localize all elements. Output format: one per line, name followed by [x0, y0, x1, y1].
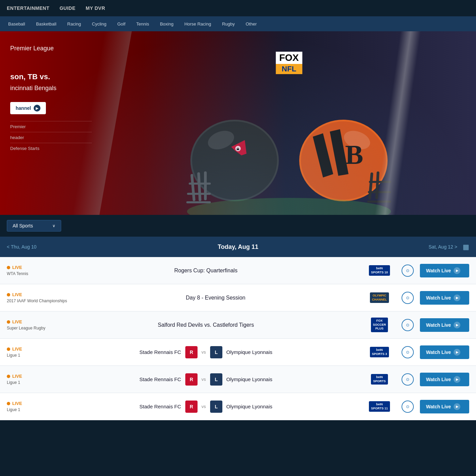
- live-dot-text: LIVE: [7, 292, 67, 297]
- live-label: LIVE: [12, 401, 22, 406]
- hero-sub-link-3[interactable]: Defense Starts: [10, 143, 92, 151]
- nfl-label: NFL: [276, 64, 302, 74]
- hero-channel-button[interactable]: hannel ▶: [10, 102, 46, 114]
- record-button[interactable]: ⊙: [402, 292, 414, 304]
- live-label: LIVE: [12, 319, 22, 324]
- live-indicator: LIVELigue 1: [7, 401, 48, 412]
- record-button[interactable]: ⊙: [402, 401, 414, 413]
- sports-nav-cycling[interactable]: Cycling: [87, 19, 111, 29]
- fox-label: FOX: [276, 52, 302, 64]
- schedule-item: LIVEWTA TennisRogers Cup: Quarterfinalsb…: [0, 257, 476, 284]
- live-dot: [7, 375, 10, 378]
- hero-section: Premier League son, TB vs. incinnati Ben…: [0, 31, 476, 215]
- vs-text: vs: [202, 404, 206, 409]
- sports-nav-racing[interactable]: Racing: [63, 19, 86, 29]
- team2-badge: L: [210, 373, 222, 386]
- sport-label: Ligue 1: [7, 353, 48, 358]
- vs-text: vs: [202, 377, 206, 382]
- watch-live-button[interactable]: Watch Live▶: [420, 400, 469, 413]
- date-nav: < Thu, Aug 10 Today, Aug 11 Sat, Aug 12 …: [0, 237, 476, 257]
- hero-league: Premier League: [10, 45, 92, 52]
- calendar-icon[interactable]: ▦: [463, 243, 469, 251]
- team1-badge: R: [185, 373, 198, 386]
- schedule-right: beIN SPORTS 3⊙Watch Live▶: [364, 345, 469, 359]
- watch-live-button[interactable]: Watch Live▶: [420, 291, 469, 305]
- hero-sub-link-2[interactable]: header: [10, 132, 92, 140]
- next-date-button[interactable]: Sat, Aug 12 > ▦: [429, 243, 469, 251]
- sports-nav-golf[interactable]: Golf: [113, 19, 130, 29]
- live-indicator: LIVELigue 1: [7, 346, 48, 358]
- watch-live-label: Watch Live: [426, 404, 451, 409]
- hero-sub-link-1[interactable]: Premier: [10, 121, 92, 129]
- schedule-item: LIVE2017 IAAF World ChampionshipsDay 8 -…: [0, 284, 476, 311]
- sports-nav-horse-racing[interactable]: Horse Racing: [180, 19, 216, 29]
- hero-teams: incinnati Bengals: [10, 85, 92, 92]
- all-sports-filter[interactable]: All Sports ∨: [7, 220, 61, 232]
- sport-label: Ligue 1: [7, 380, 48, 385]
- play-circle-icon: ▶: [454, 322, 460, 328]
- sports-nav-tennis[interactable]: Tennis: [132, 19, 154, 29]
- team1-name: Stade Rennais FC: [139, 376, 181, 382]
- record-icon: ⊙: [406, 323, 409, 327]
- event-teams: Stade Rennais FCRvsLOlympique Lyonnais: [48, 373, 364, 386]
- sport-label: WTA Tennis: [7, 271, 48, 276]
- sports-nav-boxing[interactable]: Boxing: [155, 19, 178, 29]
- nav-entertainment[interactable]: ENTERTAINMENT: [7, 5, 49, 11]
- live-dot-text: LIVE: [7, 374, 48, 379]
- watch-live-label: Watch Live: [426, 322, 451, 328]
- play-icon: ▶: [34, 105, 40, 112]
- channel-badge: beIN SPORTS 10: [369, 265, 390, 276]
- channel-logo: beIN SPORTS 10: [364, 265, 395, 276]
- schedule-item: LIVESuper League RugbySalford Red Devils…: [0, 311, 476, 339]
- record-button[interactable]: ⊙: [402, 319, 414, 331]
- watch-live-button[interactable]: Watch Live▶: [420, 345, 469, 359]
- channel-badge: FOX SOCCER PLUS: [371, 318, 388, 332]
- hero-sub-links: Premier header Defense Starts: [10, 121, 92, 151]
- record-button[interactable]: ⊙: [402, 373, 414, 386]
- record-button[interactable]: ⊙: [402, 265, 414, 277]
- team1-badge: R: [185, 401, 198, 413]
- channel-logo: beIN SPORTS: [364, 374, 395, 385]
- live-dot-text: LIVE: [7, 401, 48, 406]
- sports-nav-other[interactable]: Other: [241, 19, 261, 29]
- live-dot: [7, 293, 10, 296]
- live-label: LIVE: [12, 292, 22, 297]
- event-teams: Stade Rennais FCRvsLOlympique Lyonnais: [48, 401, 364, 413]
- channel-label: hannel: [16, 105, 31, 111]
- top-nav: ENTERTAINMENT GUIDE MY DVR: [0, 0, 476, 16]
- watch-live-button[interactable]: Watch Live▶: [420, 318, 469, 332]
- record-icon: ⊙: [406, 350, 409, 355]
- hero-matchup: son, TB vs.: [10, 72, 92, 81]
- live-label: LIVE: [12, 265, 22, 270]
- watch-live-button[interactable]: Watch Live▶: [420, 264, 469, 277]
- live-dot-text: LIVE: [7, 319, 48, 324]
- schedule-right: OLYMPIC CHANNEL⊙Watch Live▶: [364, 291, 469, 305]
- svg-text:R: R: [190, 404, 193, 409]
- channel-logo: OLYMPIC CHANNEL: [364, 292, 395, 303]
- nav-dvr[interactable]: MY DVR: [86, 5, 105, 11]
- sports-nav-rugby[interactable]: Rugby: [217, 19, 240, 29]
- nav-guide[interactable]: GUIDE: [60, 5, 75, 11]
- watch-live-label: Watch Live: [426, 268, 451, 273]
- event-name: Rogers Cup: Quarterfinals: [48, 268, 364, 274]
- watch-live-label: Watch Live: [426, 295, 451, 301]
- team1-name: Stade Rennais FC: [139, 404, 181, 409]
- watch-live-label: Watch Live: [426, 377, 451, 382]
- fox-nfl-badge: FOX NFL: [276, 52, 302, 74]
- live-dot-text: LIVE: [7, 346, 48, 352]
- sports-nav-basketball[interactable]: Basketball: [31, 19, 61, 29]
- svg-text:L: L: [215, 350, 218, 355]
- prev-date-button[interactable]: < Thu, Aug 10: [7, 244, 36, 250]
- svg-text:R: R: [190, 350, 193, 355]
- record-button[interactable]: ⊙: [402, 346, 414, 358]
- vs-text: vs: [202, 350, 206, 355]
- hero-left-panel: Premier League son, TB vs. incinnati Ben…: [0, 31, 102, 215]
- team2-name: Olympique Lyonnais: [226, 376, 272, 382]
- svg-text:R: R: [190, 377, 193, 382]
- channel-badge: beIN SPORTS: [371, 374, 388, 385]
- watch-live-button[interactable]: Watch Live▶: [420, 373, 469, 386]
- team1-badge: R: [185, 346, 198, 358]
- sports-nav-baseball[interactable]: Baseball: [3, 19, 30, 29]
- live-indicator: LIVELigue 1: [7, 374, 48, 385]
- live-label: LIVE: [12, 374, 22, 379]
